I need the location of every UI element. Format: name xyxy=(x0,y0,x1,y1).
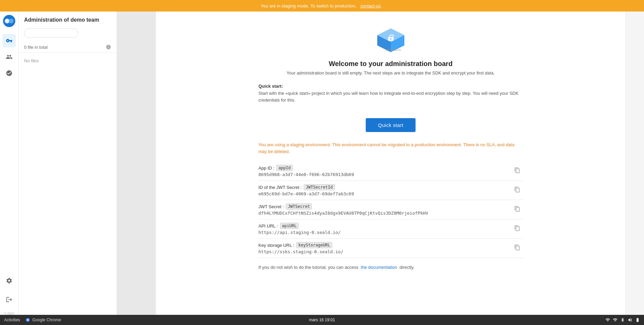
wifi-icon xyxy=(613,318,618,322)
credential-row-1: ID of the JWT Secret : JWTSecretIde695c6… xyxy=(259,181,523,200)
credential-badge-4: keyStorageURL xyxy=(296,242,332,248)
taskbar-activities[interactable]: Activities xyxy=(4,318,20,322)
credentials-section: App ID : appId8695d968-a3d7-44e0-f696-62… xyxy=(259,161,523,258)
copy-button-4[interactable] xyxy=(511,243,523,253)
credential-content-0: App ID : appId8695d968-a3d7-44e0-f696-62… xyxy=(259,165,511,177)
credential-row-2: JWT Secret : JWTSecretdfh4LYMUDCxfCHftNS… xyxy=(259,200,523,219)
credential-content-3: API URL : apiURLhttps://api.staging-0.se… xyxy=(259,223,511,235)
gray-divider xyxy=(117,12,156,325)
main-content: MTCGOK MTCGOK Welcome to your administra… xyxy=(156,12,625,325)
credential-content-1: ID of the JWT Secret : JWTSecretIde695c6… xyxy=(259,184,511,196)
svg-text:MTCGOK: MTCGOK xyxy=(390,49,401,51)
docs-link[interactable]: the documentation xyxy=(361,265,397,270)
no-files-label: No files xyxy=(19,53,117,69)
welcome-icon: MTCGOK MTCGOK xyxy=(374,25,408,53)
welcome-subtitle: Your administration board is still empty… xyxy=(287,70,495,75)
admin-title: Administration of demo team xyxy=(24,17,99,23)
credential-content-4: Key storage URL : keyStorageURLhttps://s… xyxy=(259,242,511,254)
files-panel-header: Administration of demo team xyxy=(19,12,117,26)
taskbar-right xyxy=(605,318,640,322)
quick-start-section: Quick start: Start with the «quick start… xyxy=(259,84,523,110)
files-panel: Administration of demo team 0 file in to… xyxy=(19,12,117,325)
welcome-title: Welcome to your administration board xyxy=(329,60,452,68)
file-count-text: 0 file in total xyxy=(24,45,47,50)
sidebar-item-settings[interactable] xyxy=(2,274,16,287)
credential-row-3: API URL : apiURLhttps://api.staging-0.se… xyxy=(259,219,523,239)
sidebar-item-users[interactable] xyxy=(2,50,16,64)
svg-point-1 xyxy=(5,19,9,23)
sidebar-item-logout[interactable] xyxy=(2,293,16,306)
taskbar: Activities Google Chrome mars 16 19:01 xyxy=(0,315,644,325)
credential-label-4: Key storage URL : keyStorageURL xyxy=(259,242,511,248)
taskbar-clock: mars 16 19:01 xyxy=(309,318,335,322)
docs-suffix: directly. xyxy=(400,265,415,270)
credential-content-2: JWT Secret : JWTSecretdfh4LYMUDCxfCHftNS… xyxy=(259,203,511,216)
quick-start-button[interactable]: Quick start xyxy=(366,118,416,132)
quick-start-label: Quick start: xyxy=(259,84,523,89)
credential-value-3: https://api.staging-0.seald.io/ xyxy=(259,230,511,235)
file-count-row: 0 file in total xyxy=(19,42,117,53)
credential-row-0: App ID : appId8695d968-a3d7-44e0-f696-62… xyxy=(259,161,523,181)
search-bar-container xyxy=(19,26,117,40)
staging-banner: You are in staging mode. To switch to pr… xyxy=(0,0,644,12)
docs-prefix: If you do not wish to do the tutorial, y… xyxy=(259,265,359,270)
svg-point-12 xyxy=(27,319,29,321)
credential-label-0: App ID : appId xyxy=(259,165,511,171)
taskbar-left: Activities Google Chrome xyxy=(4,318,605,322)
app-logo[interactable] xyxy=(3,15,15,27)
credential-label-3: API URL : apiURL xyxy=(259,223,511,229)
svg-point-8 xyxy=(390,38,391,40)
credential-label-2: JWT Secret : JWTSecret xyxy=(259,203,511,210)
credential-row-4: Key storage URL : keyStorageURLhttps://s… xyxy=(259,239,523,258)
credential-value-1: e695c69d-bd7e-4069-a3d7-69def7ab3c69 xyxy=(259,191,511,196)
right-sidebar xyxy=(625,12,644,325)
quick-start-description: Start with the «quick start» project in … xyxy=(259,90,523,103)
copy-button-0[interactable] xyxy=(511,166,523,176)
info-icon xyxy=(106,44,111,50)
volume-icon xyxy=(628,318,632,322)
network-icon xyxy=(605,318,610,322)
copy-button-3[interactable] xyxy=(511,224,523,234)
banner-text: You are in staging mode. To switch to pr… xyxy=(261,3,357,8)
taskbar-chrome[interactable]: Google Chrome xyxy=(25,318,61,322)
copy-button-1[interactable] xyxy=(511,185,523,195)
credential-value-2: dfh4LYMUDCxfCHftNSZis4dyaI8dgx9EVAU8TP0q… xyxy=(259,211,511,216)
copy-button-2[interactable] xyxy=(511,204,523,215)
credential-label-1: ID of the JWT Secret : JWTSecretId xyxy=(259,184,511,190)
bluetooth-icon xyxy=(620,318,625,322)
credential-badge-3: apiURL xyxy=(280,223,299,229)
credential-badge-0: appId xyxy=(276,165,293,171)
icon-sidebar: © 2022 Seald SAS xyxy=(0,12,19,325)
credential-badge-1: JWTSecretId xyxy=(304,184,335,190)
credential-badge-2: JWTSecret xyxy=(286,203,312,210)
credential-value-4: https://ssks.staging-0.seald.io/ xyxy=(259,249,511,254)
credential-value-0: 8695d968-a3d7-44e0-f696-62b76913db69 xyxy=(259,172,511,177)
battery-icon xyxy=(635,318,640,322)
sidebar-item-keys[interactable] xyxy=(2,34,16,47)
svg-point-2 xyxy=(9,19,14,23)
docs-footer: If you do not wish to do the tutorial, y… xyxy=(259,265,523,270)
search-input[interactable] xyxy=(24,28,78,38)
sidebar-item-analytics[interactable] xyxy=(2,66,16,80)
staging-warning: You are using a staging environment. Thi… xyxy=(259,142,523,155)
contact-us-link[interactable]: contact-us xyxy=(360,3,381,8)
